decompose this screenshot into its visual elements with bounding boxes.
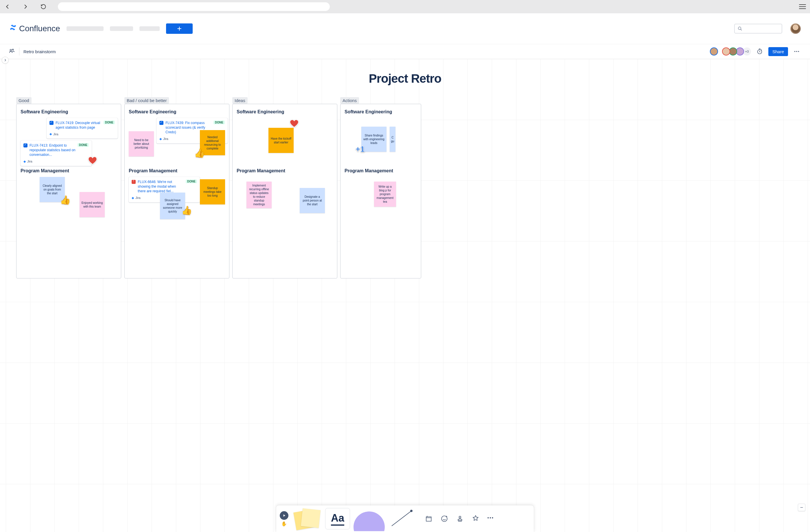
- profile-avatar[interactable]: [790, 23, 801, 34]
- presence-more[interactable]: +3: [743, 47, 751, 55]
- svg-point-0: [738, 27, 741, 30]
- create-button[interactable]: [166, 23, 193, 34]
- more-button[interactable]: [792, 47, 801, 56]
- search-input[interactable]: [734, 24, 782, 34]
- app-name: Confluence: [19, 24, 60, 33]
- svg-point-6: [798, 51, 799, 52]
- presence-avatar[interactable]: [736, 47, 744, 55]
- presence-stack[interactable]: +3: [711, 47, 751, 55]
- svg-point-1: [10, 49, 12, 51]
- nav-placeholder[interactable]: [110, 26, 133, 31]
- svg-point-4: [794, 51, 796, 52]
- presence-avatar[interactable]: [729, 47, 737, 55]
- divider: [19, 47, 19, 55]
- search-icon: [738, 26, 742, 31]
- svg-point-5: [796, 51, 797, 52]
- board-header: Retro brainstorm +3 Share: [0, 44, 810, 59]
- reload-button[interactable]: [40, 3, 47, 10]
- url-bar[interactable]: [58, 2, 330, 11]
- presence-avatar[interactable]: [710, 47, 718, 55]
- presence-avatar[interactable]: [722, 47, 730, 55]
- share-button[interactable]: Share: [768, 47, 788, 56]
- nav-placeholder[interactable]: [67, 26, 103, 31]
- browser-menu-button[interactable]: [799, 3, 806, 10]
- confluence-icon: [9, 24, 17, 33]
- board-icon: [9, 48, 15, 55]
- board-name[interactable]: Retro brainstorm: [23, 49, 56, 54]
- svg-point-2: [13, 49, 14, 50]
- browser-chrome: [0, 0, 810, 13]
- forward-button[interactable]: [22, 3, 29, 10]
- nav-placeholder[interactable]: [140, 26, 160, 31]
- app-logo[interactable]: Confluence: [9, 24, 60, 33]
- back-button[interactable]: [4, 3, 11, 10]
- app-header: Confluence: [0, 13, 810, 44]
- timer-button[interactable]: [755, 47, 764, 56]
